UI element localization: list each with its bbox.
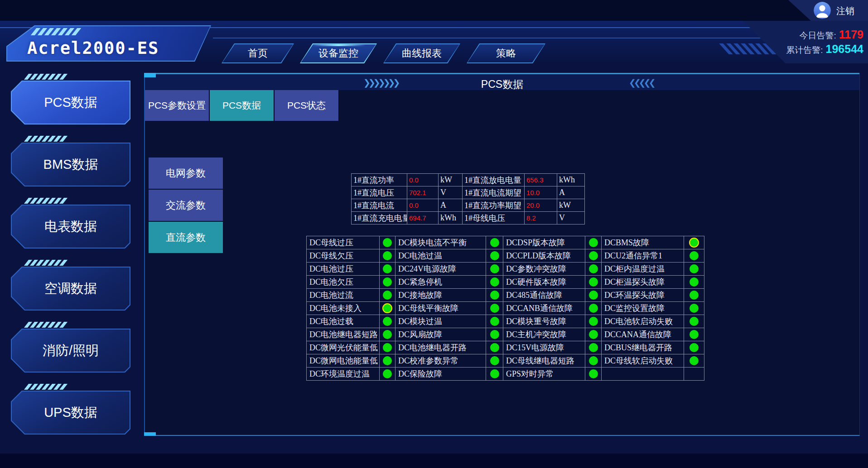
status-label: DC环温探头故障 (602, 289, 684, 302)
submenu-button[interactable]: 交流参数 (149, 190, 223, 221)
status-ok-dot (589, 291, 598, 300)
value-row: 1#直流充电电量694.7kWh1#母线电压8.2V (352, 212, 585, 224)
logout-button[interactable]: 注销 (836, 5, 854, 17)
status-label: DC接地故障 (395, 289, 486, 302)
hazard-stripes-icon (26, 322, 68, 328)
status-row: DC母线欠压DC电池过温DCCPLD版本故障DCU2通信异常1 (307, 249, 704, 263)
status-row: DC环境温度过温DC保险故障GPS对时异常 (307, 368, 704, 381)
status-dot-cell (380, 315, 395, 328)
status-label: DC电池软启动失败 (602, 315, 684, 328)
status-ok-dot (490, 369, 499, 378)
value-number: 8.2 (525, 212, 557, 224)
status-label: DC监控设置故障 (602, 302, 684, 315)
submenu-button[interactable]: 直流参数 (149, 222, 223, 253)
value-unit: A (557, 186, 585, 199)
alarm-total-label: 累计告警: (786, 44, 823, 56)
status-row: DC母线过压DC模块电流不平衡DCDSP版本故障DCBMS故障 (307, 236, 704, 249)
panel-tab[interactable]: PCS参数设置 (145, 90, 210, 121)
status-dot-cell (585, 236, 602, 249)
sidebar-button[interactable]: UPS数据 (11, 391, 130, 435)
status-dot-cell (486, 276, 503, 289)
status-label: DCBUS继电器开路 (602, 341, 684, 354)
value-unit: kWh (557, 174, 585, 186)
value-number: 0.0 (407, 174, 439, 186)
nav-tab[interactable]: 策略 (467, 43, 545, 63)
status-row: DC电池过压DC24V电源故障DC参数冲突故障DC柜内温度过温 (307, 263, 704, 276)
nav-tab-label: 策略 (468, 44, 545, 62)
value-number: 702.1 (407, 186, 439, 199)
sidebar-button[interactable]: 电表数据 (11, 205, 130, 248)
status-row: DC电池继电器短路DC风扇故障DC主机冲突故障DCCANA通信故障 (307, 328, 704, 341)
submenu-button[interactable]: 电网参数 (149, 158, 223, 189)
user-avatar-icon[interactable] (814, 2, 831, 19)
sidebar-button[interactable]: 消防/照明 (11, 329, 130, 372)
nav-tab[interactable]: 曲线报表 (383, 43, 460, 63)
sidebar-item[interactable]: UPS数据 (11, 384, 130, 435)
dc-status-table: DC母线过压DC模块电流不平衡DCDSP版本故障DCBMS故障DC母线欠压DC电… (306, 236, 704, 381)
status-label: DC电池过流 (307, 289, 380, 302)
value-row: 1#直流电压702.1V1#直流电流期望10.0A (352, 186, 585, 199)
nav-tab[interactable]: 设备监控 (300, 43, 377, 63)
status-dot-cell (585, 315, 602, 328)
sidebar-button[interactable]: 空调数据 (11, 267, 130, 310)
top-bar: 注销 (0, 0, 868, 21)
value-unit: kWh (439, 212, 463, 224)
alarm-summary: 今日告警: 1179 累计告警: 196544 (743, 21, 868, 63)
hazard-stripes-icon (26, 260, 68, 266)
footer-strip (0, 454, 868, 468)
status-row: DC微网电池能量低DC校准参数异常DC母线继电器短路DC母线软启动失败 (307, 354, 704, 368)
status-dot-cell (380, 289, 395, 302)
nav-tab-label: 首页 (222, 44, 293, 62)
status-dot-cell (380, 236, 395, 249)
status-dot-cell (486, 263, 503, 276)
status-ok-dot (383, 369, 392, 378)
panel-tab[interactable]: PCS状态 (275, 90, 339, 121)
status-dot-cell (585, 263, 602, 276)
status-ok-dot (490, 343, 499, 352)
status-ok-dot (383, 343, 392, 352)
status-label: DC485通信故障 (503, 289, 585, 302)
sidebar-item[interactable]: PCS数据 (11, 74, 130, 124)
user-area[interactable]: 注销 (788, 0, 868, 21)
status-label: DC微网光伏能量低 (307, 341, 380, 354)
sidebar-button[interactable]: BMS数据 (11, 143, 130, 186)
status-row: DC电池未接入DC母线平衡故障DCCANB通信故障DC监控设置故障 (307, 302, 704, 315)
status-ok-dot (383, 238, 392, 247)
status-label: DC电池过温 (395, 249, 486, 263)
alarm-today-row: 今日告警: 1179 (799, 28, 863, 42)
hazard-stripes-icon (26, 74, 68, 80)
sidebar-item[interactable]: 电表数据 (11, 198, 130, 248)
status-dot-cell (380, 249, 395, 263)
status-ok-dot (490, 356, 499, 365)
status-ok-dot (690, 291, 699, 300)
status-ok-dot (589, 277, 598, 287)
status-label: DC24V电源故障 (395, 263, 486, 276)
status-ok-dot (382, 303, 392, 313)
sidebar-button[interactable]: PCS数据 (11, 81, 130, 124)
status-label: DC15V电源故障 (503, 341, 585, 354)
status-dot-cell (684, 328, 704, 341)
status-dot-cell (585, 249, 602, 263)
status-ok-dot (690, 330, 699, 339)
value-label: 1#直流电流 (352, 199, 407, 212)
corner-accent-bottom-left (144, 432, 156, 436)
panel-tab[interactable]: PCS数据 (210, 90, 275, 121)
status-dot-cell (380, 341, 395, 354)
status-dot-cell (684, 263, 704, 276)
hazard-stripes-icon (34, 28, 81, 35)
status-dot-cell (380, 368, 395, 381)
status-label-empty (602, 368, 684, 381)
status-ok-dot (490, 330, 499, 339)
sidebar-item[interactable]: BMS数据 (11, 136, 130, 186)
status-ok-dot (589, 369, 598, 378)
status-dot-cell (486, 302, 503, 315)
header-band: Acrel2000-ES 首页设备监控曲线报表策略 今日告警: 1179 累计告… (0, 21, 868, 63)
status-label: DC母线欠压 (307, 249, 380, 263)
sidebar-item[interactable]: 消防/照明 (11, 322, 130, 372)
status-dot-cell (585, 276, 602, 289)
status-ok-dot (589, 317, 598, 326)
value-unit: kW (439, 174, 463, 186)
sidebar-item[interactable]: 空调数据 (11, 260, 130, 310)
nav-tab[interactable]: 首页 (222, 43, 294, 63)
sidebar-item-label: 电表数据 (12, 205, 130, 248)
